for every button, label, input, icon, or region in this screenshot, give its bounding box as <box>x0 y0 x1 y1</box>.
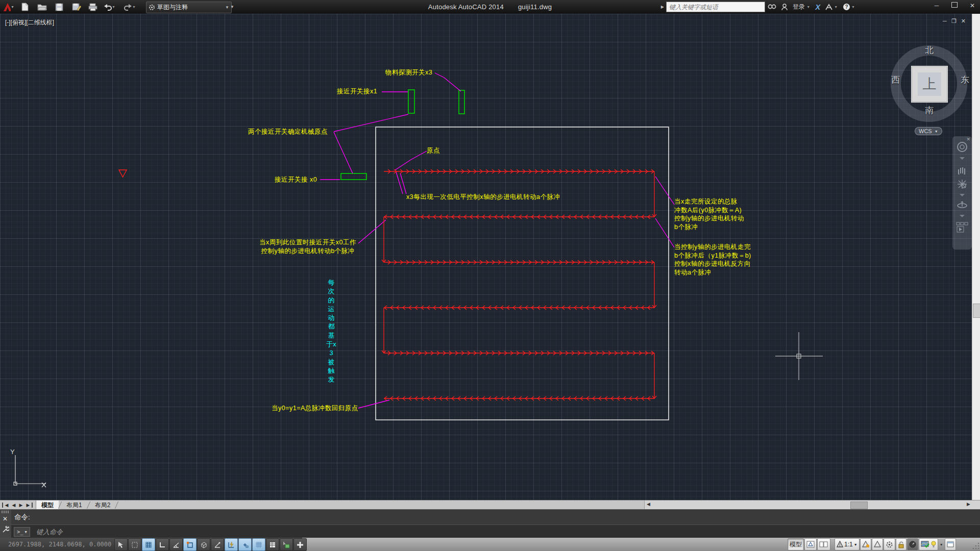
wcs-dropdown[interactable]: WCS▼ <box>915 127 942 135</box>
steering-wheel-icon[interactable] <box>957 141 968 153</box>
annotation-x0-work: 当x周到此位置时接近开关x0工作 控制y轴的步进电机转动b个脉冲 <box>254 238 361 255</box>
annotation-x3-pulse: x3每出现一次低电平控制x轴的步进电机转动a个脉冲 <box>406 193 560 202</box>
dynamic-ucs-icon[interactable] <box>225 538 238 551</box>
annotation-return-origin: 当y0=y1=A总脉冲数回归原点 <box>272 404 358 413</box>
hardware-acceleration-button[interactable] <box>919 538 938 550</box>
chevron-down-icon[interactable] <box>960 215 965 217</box>
pan-hand-icon[interactable] <box>957 164 968 174</box>
autocad-window: ▼ ▼ ▼ 草图与注释 ▼ ▼ Autodesk Aut <box>0 0 980 551</box>
annotation-person-icon <box>837 541 843 548</box>
3d-object-snap-icon[interactable] <box>197 538 210 551</box>
horizontal-scrollbar[interactable]: ◀ ▶ <box>644 500 980 510</box>
zoom-icon[interactable] <box>957 179 968 189</box>
command-drag-handle[interactable] <box>2 511 9 513</box>
tab-next-icon[interactable]: ▶ <box>17 503 24 508</box>
exchange-apps-icon[interactable]: X <box>813 2 823 12</box>
horizontal-scrollbar-thumb[interactable] <box>850 502 868 509</box>
status-toggles <box>114 538 307 551</box>
layout-button[interactable] <box>804 538 817 550</box>
viewcube[interactable]: 北 西 东 南 上 WCS▼ <box>890 44 968 141</box>
command-input-row[interactable]: >_ ▼ 键入命令 <box>11 524 980 539</box>
quick-view-layouts-button[interactable] <box>817 538 830 550</box>
annotation-vertical-note: 每次的运动都基于x3被触发 <box>326 278 336 384</box>
viewcube-north[interactable]: 北 <box>925 44 934 56</box>
user-icon[interactable] <box>779 2 790 12</box>
command-options-button[interactable]: >_ ▼ <box>14 527 30 537</box>
viewcube-west[interactable]: 西 <box>891 74 900 86</box>
chevron-down-icon[interactable] <box>960 194 965 196</box>
hscroll-right-icon[interactable]: ▶ <box>967 502 970 507</box>
quick-properties-icon[interactable] <box>266 538 279 551</box>
workspace-switch-button[interactable] <box>884 538 895 550</box>
annotation-prox-switch-x1: 接近开关接x1 <box>337 87 377 96</box>
annotation-monitor-icon[interactable] <box>293 538 307 551</box>
showmotion-icon[interactable] <box>956 222 968 233</box>
annotation-right-note1: 当x走完所设定的总脉 冲数A后(y0脉冲数＝A) 控制y轴的步进电机转动 b个脉… <box>674 197 744 231</box>
dynamic-input-icon[interactable] <box>238 538 252 551</box>
vp-restore-icon[interactable]: ❐ <box>951 18 957 24</box>
command-history-row[interactable]: 命令: <box>11 510 980 524</box>
annotation-origin: 原点 <box>427 146 440 155</box>
annotation-visibility-button[interactable] <box>860 538 871 550</box>
status-bar: 2697.1988, 2148.0698, 0.0000 模型 1: <box>0 538 980 551</box>
autodesk-360-icon[interactable]: ▼ <box>823 2 840 12</box>
tab-prev-icon[interactable]: ◀ <box>10 503 17 508</box>
grid-display-icon[interactable] <box>142 538 155 551</box>
model-space-button[interactable]: 模型 <box>788 538 804 550</box>
command-close-icon[interactable]: ✕ <box>3 515 8 522</box>
svg-text:?: ? <box>845 4 848 10</box>
transparency-icon[interactable] <box>252 538 265 551</box>
close-button[interactable]: ✕ <box>969 2 976 9</box>
help-icon[interactable]: ? ▼ <box>840 2 857 12</box>
annotation-right-note2: 当控制y轴的步进电机走完 b个脉冲后（y1脉冲数＝b) 控制x轴的步进电机反方向… <box>674 243 751 277</box>
status-right-cluster: 模型 1:1▼ ▼ <box>788 538 956 550</box>
tab-layout1[interactable]: 布局1 <box>61 500 87 510</box>
title-bar: ▼ ▼ ▼ 草图与注释 ▼ ▼ Autodesk Aut <box>0 0 980 14</box>
isolate-objects-lightbulb-icon <box>931 541 936 548</box>
tab-layout2[interactable]: 布局2 <box>90 500 116 510</box>
command-prompt: 命令: <box>14 513 30 522</box>
command-wrench-icon[interactable] <box>2 526 9 533</box>
performance-tuner-button[interactable] <box>907 538 918 550</box>
lock-icon[interactable] <box>896 538 906 550</box>
ortho-mode-icon[interactable] <box>156 538 169 551</box>
coordinates-readout[interactable]: 2697.1988, 2148.0698, 0.0000 <box>8 541 111 548</box>
signin-button[interactable]: 登录 ▼ <box>790 2 813 12</box>
maximize-button[interactable] <box>951 2 958 8</box>
command-input-placeholder[interactable]: 键入命令 <box>36 528 63 537</box>
vertical-scrollbar-thumb[interactable] <box>973 304 980 318</box>
clean-screen-button[interactable] <box>945 538 956 550</box>
object-snap-tracking-icon[interactable] <box>211 538 224 551</box>
viewcube-east[interactable]: 东 <box>961 74 969 86</box>
polar-tracking-icon[interactable] <box>169 538 183 551</box>
chevron-down-icon[interactable] <box>960 157 965 160</box>
navigation-bar[interactable]: ✕ <box>952 136 972 249</box>
selection-cycling-icon[interactable] <box>280 538 293 551</box>
auto-annotation-scale-button[interactable] <box>872 538 883 550</box>
tab-last-icon[interactable]: ▶ <box>24 503 33 508</box>
search-input[interactable] <box>666 2 765 12</box>
snap-mode-icon[interactable] <box>128 538 141 551</box>
viewcube-south[interactable]: 南 <box>925 105 934 116</box>
viewcube-top-face[interactable]: 上 <box>911 66 948 103</box>
tab-model[interactable]: 模型 <box>36 500 59 510</box>
object-snap-icon[interactable] <box>183 538 197 551</box>
resize-grip[interactable] <box>972 543 979 550</box>
file-name: guiji11.dwg <box>518 3 552 11</box>
infer-constraints-icon[interactable] <box>114 538 128 551</box>
tab-first-icon[interactable]: ◀ <box>2 503 10 508</box>
graphics-check-icon <box>921 541 930 548</box>
vp-minimize-icon[interactable]: ─ <box>943 18 947 24</box>
hscroll-left-icon[interactable]: ◀ <box>647 502 650 507</box>
viewport-controls-label[interactable]: [-][俯视][二维线框] <box>5 18 54 27</box>
vertical-scrollbar[interactable] <box>972 14 980 500</box>
annotation-scale-button[interactable]: 1:1▼ <box>835 538 860 550</box>
minimize-button[interactable]: ─ <box>933 2 940 9</box>
status-menu-icon[interactable]: ▼ <box>939 543 944 546</box>
search-icon[interactable] <box>765 2 779 12</box>
infocenter-collapse-icon[interactable]: ▶ <box>661 5 664 9</box>
vp-close-icon[interactable]: ✕ <box>961 18 966 24</box>
orbit-icon[interactable] <box>957 201 968 210</box>
command-panel-strip: ✕ <box>0 510 12 538</box>
drawing-viewport[interactable]: [-][俯视][二维线框] ─ ❐ ✕ 北 西 东 南 上 WCS▼ ✕ <box>0 14 980 500</box>
